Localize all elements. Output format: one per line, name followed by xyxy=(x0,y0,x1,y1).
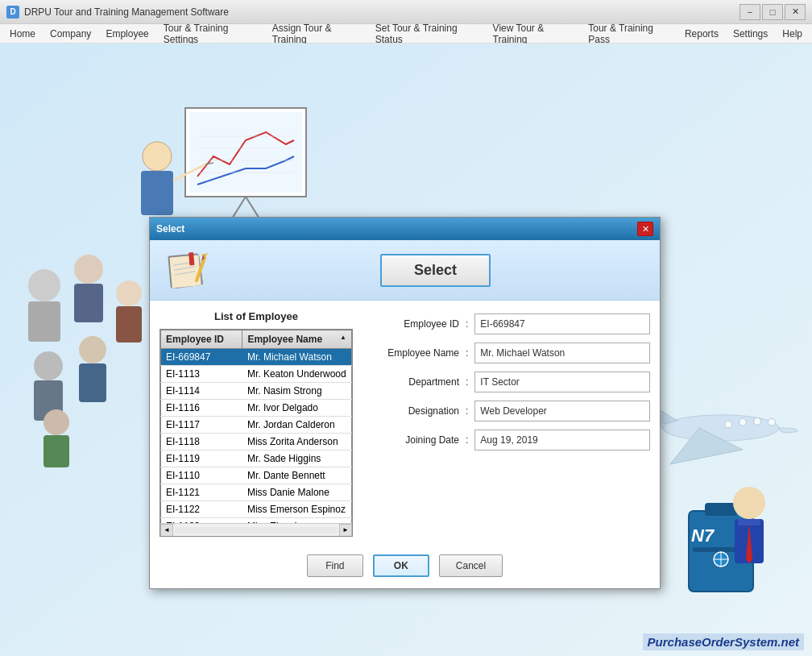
joining-date-colon: : xyxy=(466,434,468,446)
dialog-body: List of Employee Employee ID Employee Na… xyxy=(150,301,660,546)
menu-item-assign-tour[interactable]: Assign Tour & Training xyxy=(266,21,367,47)
employee-name-cell: Mr. Michael Watson xyxy=(242,349,352,366)
svg-rect-24 xyxy=(44,435,69,467)
select-header-button[interactable]: Select xyxy=(380,254,491,287)
table-row[interactable]: EI-1114Mr. Nasim Strong xyxy=(161,383,352,400)
employee-name-cell: Mr. Nasim Strong xyxy=(242,383,352,400)
col-header-id: Employee ID xyxy=(161,330,242,349)
menu-item-company[interactable]: Company xyxy=(44,27,97,41)
employee-details-panel: Employee ID : Employee Name : Department… xyxy=(362,310,650,537)
employee-name-colon: : xyxy=(466,347,468,359)
close-button[interactable]: ✕ xyxy=(785,4,806,20)
svg-rect-22 xyxy=(79,363,106,402)
dialog-close-button[interactable]: ✕ xyxy=(637,222,653,236)
main-content: N7 Select ✕ xyxy=(0,44,812,656)
title-bar-left: D DRPU Tour and Training Management Soft… xyxy=(6,6,229,19)
svg-rect-2 xyxy=(189,112,302,193)
watermark: PurchaseOrderSystem.net xyxy=(643,635,804,650)
table-row[interactable]: EI-1110Mr. Dante Bennett xyxy=(161,467,352,484)
employee-id-cell: EI-1121 xyxy=(161,484,242,501)
table-horizontal-scroll[interactable]: ◄ ► xyxy=(160,523,352,536)
find-button[interactable]: Find xyxy=(307,554,363,577)
svg-point-15 xyxy=(74,255,103,284)
employee-name-cell: Mr. Ivor Delgado xyxy=(242,400,352,417)
employee-id-cell: EI-669847 xyxy=(161,349,242,366)
table-row[interactable]: EI-1118Miss Zorita Anderson xyxy=(161,434,352,450)
menu-item-home[interactable]: Home xyxy=(3,27,42,41)
svg-rect-44 xyxy=(169,255,201,288)
menu-item-help[interactable]: Help xyxy=(776,27,809,41)
svg-point-19 xyxy=(34,351,63,380)
svg-text:N7: N7 xyxy=(691,525,715,546)
employee-id-colon: : xyxy=(466,318,468,330)
employee-table-scroll[interactable]: Employee ID Employee Name ▲ EI-669847Mr.… xyxy=(160,330,352,523)
table-row[interactable]: EI-1121Miss Danie Malone xyxy=(161,484,352,501)
svg-rect-10 xyxy=(141,171,173,215)
employee-name-cell: Miss Zorita Anderson xyxy=(242,434,352,450)
detail-row-employee-name: Employee Name : xyxy=(362,343,650,363)
svg-point-29 xyxy=(768,418,776,426)
table-row[interactable]: EI-1113Mr. Keaton Underwood xyxy=(161,366,352,383)
ok-button[interactable]: OK xyxy=(373,554,429,577)
employee-id-cell: EI-1118 xyxy=(161,434,242,450)
employee-id-cell: EI-1116 xyxy=(161,400,242,417)
notebook-svg-icon xyxy=(163,250,211,290)
employee-id-cell: EI-1119 xyxy=(161,450,242,467)
menu-item-employee[interactable]: Employee xyxy=(99,27,155,41)
detail-row-joining-date: Joining Date : xyxy=(362,430,650,450)
employee-name-cell: Mr. Keaton Underwood xyxy=(242,366,352,383)
hscroll-right-button[interactable]: ► xyxy=(339,524,352,537)
restore-button[interactable]: □ xyxy=(762,4,783,20)
svg-point-13 xyxy=(28,269,60,301)
table-row[interactable]: EI-1117Mr. Jordan Calderon xyxy=(161,417,352,434)
menu-item-tour-settings[interactable]: Tour & Training Settings xyxy=(157,21,264,47)
svg-rect-16 xyxy=(74,284,103,322)
detail-row-designation: Designation : xyxy=(362,401,650,421)
joining-date-label: Joining Date xyxy=(362,434,459,446)
app-title: DRPU Tour and Training Management Softwa… xyxy=(24,6,229,18)
employee-id-label: Employee ID xyxy=(362,318,459,330)
detail-row-employee-id: Employee ID : xyxy=(362,313,650,334)
dialog-header: Select xyxy=(150,240,660,301)
dialog-header-select-area: Select xyxy=(224,254,647,287)
table-row[interactable]: EI-669847Mr. Michael Watson xyxy=(161,349,352,366)
designation-colon: : xyxy=(466,405,468,417)
svg-rect-18 xyxy=(116,306,142,343)
svg-point-25 xyxy=(663,415,779,441)
svg-point-37 xyxy=(733,487,765,519)
table-row[interactable]: EI-1122Miss Emerson Espinoz xyxy=(161,501,352,518)
table-row[interactable]: EI-1119Mr. Sade Higgins xyxy=(161,450,352,467)
svg-point-17 xyxy=(116,280,142,306)
menu-item-settings[interactable]: Settings xyxy=(727,27,774,41)
menu-item-set-status[interactable]: Set Tour & Training Status xyxy=(369,21,485,47)
svg-rect-31 xyxy=(705,503,737,516)
designation-label: Designation xyxy=(362,405,459,417)
department-input[interactable] xyxy=(474,372,650,392)
dialog-title-bar: Select ✕ xyxy=(150,218,660,240)
detail-row-department: Department : xyxy=(362,372,650,392)
employee-name-cell: Mr. Jordan Calderon xyxy=(242,417,352,434)
menu-item-pass[interactable]: Tour & Training Pass xyxy=(582,21,677,47)
menu-item-view-tour[interactable]: View Tour & Training xyxy=(487,21,581,47)
employee-name-cell: Mr. Sade Higgins xyxy=(242,450,352,467)
employee-name-input[interactable] xyxy=(474,343,650,363)
svg-marker-50 xyxy=(201,253,208,258)
employee-name-cell: Miss Danie Malone xyxy=(242,484,352,501)
employee-id-input[interactable] xyxy=(474,313,650,334)
watermark-text: PurchaseOrderSystem xyxy=(648,635,778,649)
employee-id-cell: EI-1122 xyxy=(161,501,242,518)
joining-date-input[interactable] xyxy=(474,430,650,450)
dialog-title: Select xyxy=(156,223,184,235)
svg-point-21 xyxy=(79,336,106,363)
minimize-button[interactable]: − xyxy=(740,4,760,20)
hscroll-left-button[interactable]: ◄ xyxy=(160,524,173,537)
cancel-button[interactable]: Cancel xyxy=(439,554,503,577)
app-icon: D xyxy=(6,6,19,19)
employee-name-cell: Mr. Dante Bennett xyxy=(242,467,352,484)
table-row[interactable]: EI-1116Mr. Ivor Delgado xyxy=(161,400,352,417)
designation-input[interactable] xyxy=(474,401,650,421)
menu-item-reports[interactable]: Reports xyxy=(678,27,725,41)
svg-point-28 xyxy=(754,417,761,425)
employee-list-panel: List of Employee Employee ID Employee Na… xyxy=(160,310,353,537)
select-dialog: Select ✕ xyxy=(149,217,661,589)
